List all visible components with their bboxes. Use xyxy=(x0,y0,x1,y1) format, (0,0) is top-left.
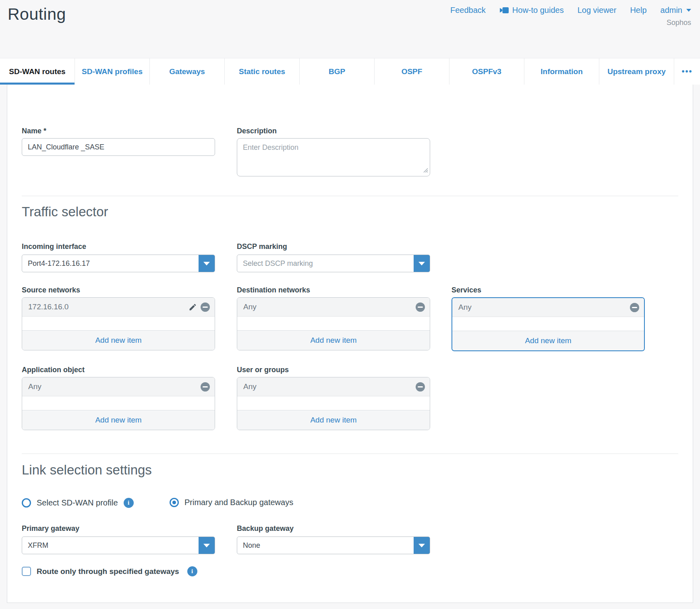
dscp-marking-placeholder: Select DSCP marking xyxy=(237,259,313,268)
info-icon[interactable]: i xyxy=(124,498,134,508)
remove-icon[interactable] xyxy=(416,302,425,312)
add-new-item-button[interactable]: Add new item xyxy=(22,410,215,430)
primary-gateway-select[interactable]: XFRM xyxy=(22,536,215,554)
help-link[interactable]: Help xyxy=(630,6,646,15)
add-new-item-button[interactable]: Add new item xyxy=(237,410,430,430)
remove-icon[interactable] xyxy=(201,382,210,392)
dscp-marking-label: DSCP marking xyxy=(237,242,287,251)
remove-icon[interactable] xyxy=(416,382,425,392)
source-network-item: 172.16.16.0 xyxy=(28,302,68,311)
tab-ospf[interactable]: OSPF xyxy=(375,58,449,85)
route-only-checkbox-row: Route only through specified gateways i xyxy=(22,566,197,576)
backup-gateway-select[interactable]: None xyxy=(237,536,430,554)
service-item: Any xyxy=(458,303,472,312)
incoming-interface-value: Port4-172.16.16.17 xyxy=(22,259,90,268)
add-new-item-label: Add new item xyxy=(310,416,356,425)
chevron-down-icon[interactable] xyxy=(199,536,215,554)
section-divider xyxy=(22,196,678,196)
chevron-down-icon[interactable] xyxy=(414,255,430,272)
list-item: Any xyxy=(452,298,644,317)
add-new-item-button[interactable]: Add new item xyxy=(452,331,644,350)
destination-networks-box: Any Add new item xyxy=(237,297,430,350)
route-only-checkbox[interactable] xyxy=(22,567,31,576)
info-icon[interactable]: i xyxy=(187,566,197,576)
incoming-interface-label: Incoming interface xyxy=(22,242,86,251)
list-item: Any xyxy=(22,377,215,396)
brand-label: Sophos xyxy=(450,19,691,27)
description-label: Description xyxy=(237,127,277,135)
tab-sdwan-routes[interactable]: SD-WAN routes xyxy=(0,58,75,85)
tab-ospfv3[interactable]: OSPFv3 xyxy=(449,58,524,85)
radio-primary-backup-gateways[interactable]: Primary and Backup gateways xyxy=(170,498,293,507)
primary-gateway-value: XFRM xyxy=(22,541,48,550)
description-textarea[interactable] xyxy=(237,138,430,176)
destination-networks-label: Destination networks xyxy=(237,286,310,294)
backup-gateway-label: Backup gateway xyxy=(237,524,294,533)
radio-icon[interactable] xyxy=(22,498,31,508)
backup-gateway-value: None xyxy=(237,541,260,550)
radio-label: Select SD-WAN profile xyxy=(37,498,118,508)
help-label: Help xyxy=(630,6,646,15)
traffic-selector-heading: Traffic selector xyxy=(22,204,108,220)
log-viewer-link[interactable]: Log viewer xyxy=(578,6,617,15)
name-label: Name * xyxy=(22,127,46,135)
destination-network-item: Any xyxy=(243,302,257,311)
edit-icon[interactable] xyxy=(188,303,197,311)
tab-bar: SD-WAN routes SD-WAN profiles Gateways S… xyxy=(0,58,700,85)
route-only-label[interactable]: Route only through specified gateways xyxy=(37,567,179,576)
list-item: Any xyxy=(237,298,430,317)
list-empty-area xyxy=(22,317,215,330)
resize-handle-icon[interactable] xyxy=(422,167,428,174)
tab-sdwan-profiles[interactable]: SD-WAN profiles xyxy=(75,58,150,85)
chevron-down-icon xyxy=(686,9,691,12)
radio-select-sdwan-profile[interactable]: Select SD-WAN profile i xyxy=(22,498,134,508)
video-camera-icon xyxy=(499,7,509,14)
tab-more-menu[interactable]: ••• xyxy=(674,58,700,85)
add-new-item-label: Add new item xyxy=(310,336,356,345)
admin-menu-label: admin xyxy=(661,6,682,15)
incoming-interface-select[interactable]: Port4-172.16.16.17 xyxy=(22,255,215,272)
tab-static-routes[interactable]: Static routes xyxy=(225,58,300,85)
add-new-item-button[interactable]: Add new item xyxy=(237,330,430,350)
link-selection-heading: Link selection settings xyxy=(22,462,152,478)
page-title: Routing xyxy=(8,5,66,24)
list-empty-area xyxy=(22,396,215,410)
list-item: 172.16.16.0 xyxy=(22,298,215,317)
user-or-groups-label: User or groups xyxy=(237,366,289,374)
tab-gateways[interactable]: Gateways xyxy=(150,58,225,85)
primary-gateway-label: Primary gateway xyxy=(22,524,79,533)
list-item: Any xyxy=(237,377,430,396)
add-new-item-button[interactable]: Add new item xyxy=(22,330,215,350)
radio-selected-icon[interactable] xyxy=(170,498,179,507)
log-viewer-label: Log viewer xyxy=(578,6,617,15)
admin-menu[interactable]: admin xyxy=(661,6,691,15)
tab-bgp[interactable]: BGP xyxy=(300,58,375,85)
chevron-down-icon[interactable] xyxy=(199,255,215,272)
add-new-item-label: Add new item xyxy=(525,336,571,345)
list-empty-area xyxy=(452,317,644,331)
feedback-link[interactable]: Feedback xyxy=(450,6,486,15)
user-or-groups-item: Any xyxy=(243,382,257,391)
feedback-link-label: Feedback xyxy=(450,6,486,15)
add-new-item-label: Add new item xyxy=(95,416,141,425)
section-divider xyxy=(22,454,678,454)
services-label: Services xyxy=(451,286,481,294)
chevron-down-icon[interactable] xyxy=(414,536,430,554)
howto-guides-label: How-to guides xyxy=(512,6,564,15)
howto-guides-link[interactable]: How-to guides xyxy=(499,6,564,15)
source-networks-box: 172.16.16.0 Add new item xyxy=(22,297,215,350)
services-box: Any Add new item xyxy=(451,297,645,351)
list-empty-area xyxy=(237,396,430,410)
user-or-groups-box: Any Add new item xyxy=(237,377,430,430)
remove-icon[interactable] xyxy=(630,303,639,312)
dscp-marking-select[interactable]: Select DSCP marking xyxy=(237,255,430,272)
remove-icon[interactable] xyxy=(201,302,210,312)
tab-upstream-proxy[interactable]: Upstream proxy xyxy=(599,58,674,85)
header-right: Feedback How-to guides Log viewer Help a… xyxy=(450,6,691,27)
application-object-item: Any xyxy=(28,382,41,391)
list-empty-area xyxy=(237,317,430,330)
name-input[interactable] xyxy=(22,138,215,156)
tab-information[interactable]: Information xyxy=(524,58,599,85)
application-object-box: Any Add new item xyxy=(22,377,215,430)
add-new-item-label: Add new item xyxy=(95,336,141,345)
